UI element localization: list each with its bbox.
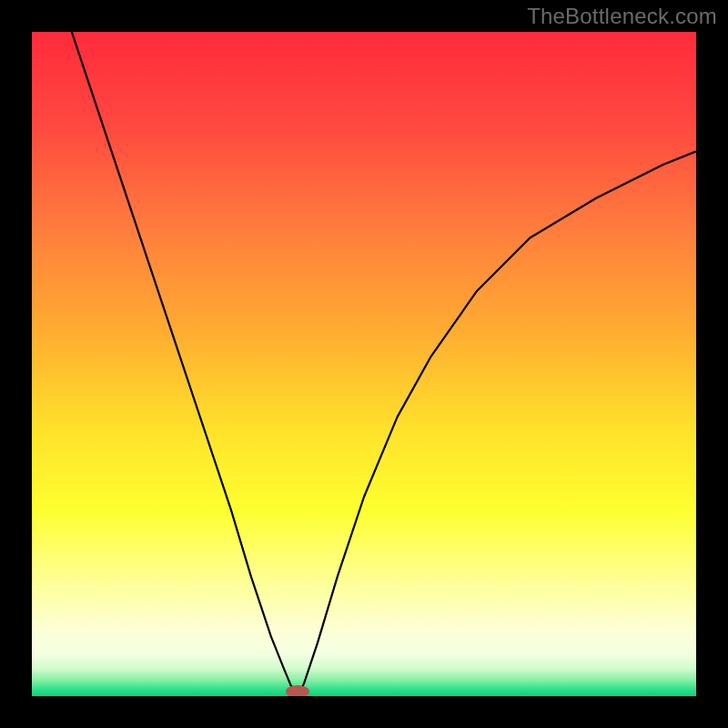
bottleneck-curve	[32, 32, 696, 696]
curve-left-branch	[72, 32, 296, 693]
curve-right-branch	[299, 151, 696, 693]
chart-frame: TheBottleneck.com	[0, 0, 728, 728]
plot-area	[32, 32, 696, 696]
watermark-label: TheBottleneck.com	[527, 4, 717, 29]
dip-marker	[286, 685, 309, 696]
